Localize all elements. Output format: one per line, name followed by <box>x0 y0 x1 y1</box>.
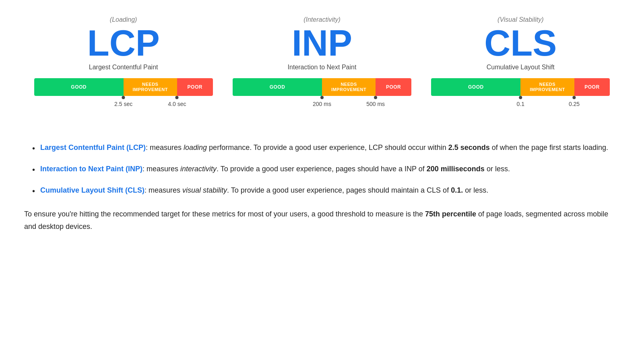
inp-fullname: Interaction to Next Paint <box>288 64 357 71</box>
cls-marker1-dot <box>519 96 522 99</box>
cls-marker1-label: 0.1 <box>517 101 524 107</box>
lcp-bar-needs: NEEDSIMPROVEMENT <box>124 78 177 96</box>
lcp-text1: : measures <box>146 143 184 152</box>
cls-subtitle: (Visual Stability) <box>497 16 543 23</box>
inp-bold1: 200 milliseconds <box>427 165 485 173</box>
cls-card: (Visual Stability) CLS Cumulative Layout… <box>431 16 610 122</box>
cls-acronym: CLS <box>484 25 557 61</box>
cls-marker2-dot <box>573 96 576 99</box>
inp-bar-markers: 200 ms 500 ms <box>233 96 411 110</box>
lcp-marker2-dot <box>175 96 179 99</box>
bullet-inp: Interaction to Next Paint (INP): measure… <box>32 163 620 175</box>
inp-marker1-label: 200 ms <box>313 101 331 107</box>
cls-text3: or less. <box>463 186 488 194</box>
cls-marker2-label: 0.25 <box>569 101 580 107</box>
inp-subtitle: (Interactivity) <box>303 16 341 23</box>
cls-bar-container: GOOD NEEDSIMPROVEMENT POOR 0.1 0.25 <box>431 78 610 110</box>
cls-bar: GOOD NEEDSIMPROVEMENT POOR <box>431 78 610 96</box>
cls-bar-poor: POOR <box>574 78 610 96</box>
inp-text2: . To provide a good user experience, pag… <box>217 165 427 173</box>
inp-bar: GOOD NEEDSIMPROVEMENT POOR <box>233 78 411 96</box>
cls-marker2: 0.25 <box>569 96 580 107</box>
cls-bar-good: GOOD <box>431 78 520 96</box>
lcp-link: Largest Contentful Paint (LCP) <box>40 143 146 152</box>
lcp-italic1: loading <box>184 143 207 152</box>
inp-italic1: interactivity <box>180 165 217 173</box>
inp-bar-good: GOOD <box>233 78 322 96</box>
lcp-fullname: Largest Contentful Paint <box>89 64 158 71</box>
metrics-row: (Loading) LCP Largest Contentful Paint G… <box>24 16 620 122</box>
inp-marker2-dot <box>374 96 377 99</box>
lcp-bar: GOOD NEEDSIMPROVEMENT POOR <box>34 78 213 96</box>
lcp-bar-container: GOOD NEEDSIMPROVEMENT POOR 2.5 sec 4.0 s… <box>34 78 213 110</box>
cls-bar-markers: 0.1 0.25 <box>431 96 610 110</box>
inp-marker2-label: 500 ms <box>366 101 385 107</box>
cls-link: Cumulative Layout Shift (CLS) <box>40 186 144 194</box>
footer-bold1: 75th percentile <box>425 210 476 218</box>
lcp-marker1-label: 2.5 sec <box>114 101 132 107</box>
lcp-bar-markers: 2.5 sec 4.0 sec <box>34 96 213 110</box>
lcp-marker1: 2.5 sec <box>114 96 132 107</box>
lcp-marker2-label: 4.0 sec <box>168 101 186 107</box>
cls-italic1: visual stability <box>182 186 227 194</box>
inp-bar-poor: POOR <box>376 78 411 96</box>
lcp-marker1-dot <box>122 96 125 99</box>
inp-bar-needs: NEEDSIMPROVEMENT <box>322 78 376 96</box>
bullet-list: Largest Contentful Paint (LCP): measures… <box>24 142 620 196</box>
cls-fullname: Cumulative Layout Shift <box>487 64 555 71</box>
inp-marker1: 200 ms <box>313 96 331 107</box>
cls-text2: . To provide a good user experience, pag… <box>227 186 451 194</box>
lcp-bar-poor: POOR <box>177 78 213 96</box>
bullet-cls: Cumulative Layout Shift (CLS): measures … <box>32 185 620 196</box>
inp-marker2: 500 ms <box>366 96 385 107</box>
lcp-acronym: LCP <box>87 25 160 61</box>
inp-card: (Interactivity) INP Interaction to Next … <box>233 16 411 122</box>
lcp-bold1: 2.5 seconds <box>448 143 490 152</box>
inp-text1: : measures <box>142 165 180 173</box>
footer-text1: To ensure you're hitting the recommended… <box>24 210 425 218</box>
inp-bar-container: GOOD NEEDSIMPROVEMENT POOR 200 ms 500 ms <box>233 78 411 110</box>
lcp-card: (Loading) LCP Largest Contentful Paint G… <box>34 16 213 122</box>
lcp-text2: performance. To provide a good user expe… <box>207 143 448 152</box>
inp-acronym: INP <box>292 25 352 61</box>
bullet-lcp: Largest Contentful Paint (LCP): measures… <box>32 142 620 154</box>
cls-bar-needs: NEEDSIMPROVEMENT <box>520 78 574 96</box>
lcp-marker2: 4.0 sec <box>168 96 186 107</box>
footer-text: To ensure you're hitting the recommended… <box>24 208 620 233</box>
inp-marker1-dot <box>320 96 324 99</box>
inp-text3: or less. <box>485 165 510 173</box>
lcp-bar-good: GOOD <box>34 78 124 96</box>
lcp-text3: of when the page first starts loading. <box>490 143 608 152</box>
cls-text1: : measures <box>144 186 182 194</box>
cls-bold1: 0.1. <box>451 186 463 194</box>
lcp-subtitle: (Loading) <box>110 16 137 23</box>
cls-marker1: 0.1 <box>517 96 524 107</box>
inp-link: Interaction to Next Paint (INP) <box>40 165 142 173</box>
